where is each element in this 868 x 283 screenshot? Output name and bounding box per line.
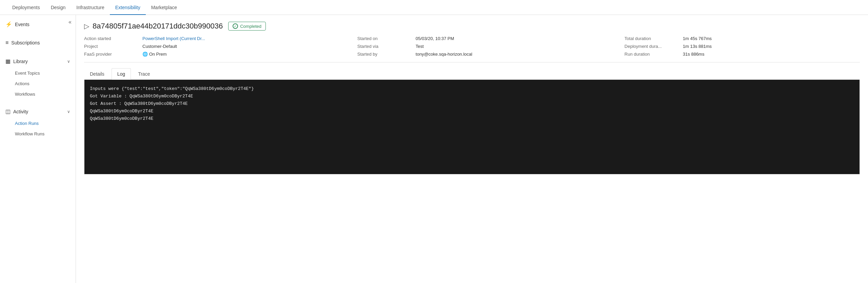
run-title: ▷ 8a74805f71ae44b20171ddc30b990036 bbox=[84, 22, 223, 31]
faas-provider-label: FaaS provider bbox=[84, 52, 138, 57]
nav-design[interactable]: Design bbox=[45, 0, 71, 15]
sidebar-section-library: ▦ Library ∨ Event Topics Actions Workflo… bbox=[0, 52, 76, 102]
deployment-dura-label: Deployment dura... bbox=[625, 44, 679, 49]
log-line-4: QqWSa380tD6ym0coDByr2T4E bbox=[90, 108, 854, 115]
total-duration-label: Total duration bbox=[625, 36, 679, 41]
log-line-1: Inputs were {"test":"test","token":"QqWS… bbox=[90, 85, 854, 93]
events-icon: ⚡ bbox=[5, 21, 12, 27]
nav-deployments[interactable]: Deployments bbox=[7, 0, 45, 15]
sidebar-collapse-button[interactable]: « bbox=[67, 18, 73, 26]
nav-infrastructure[interactable]: Infrastructure bbox=[71, 0, 110, 15]
play-icon: ▷ bbox=[84, 22, 89, 30]
main-content: ▷ 8a74805f71ae44b20171ddc30b990036 ✓ Com… bbox=[76, 15, 868, 283]
faas-provider-icon: 🌐 bbox=[142, 52, 148, 57]
deployment-dura-value: 1m 13s 881ms bbox=[683, 44, 860, 49]
tab-trace[interactable]: Trace bbox=[132, 68, 156, 80]
sidebar-item-activity[interactable]: ◫ Activity ∨ bbox=[0, 105, 76, 118]
sidebar-activity-label: Activity bbox=[13, 109, 28, 114]
sidebar-item-events[interactable]: ⚡ Events bbox=[0, 18, 76, 31]
sidebar-item-workflow-runs[interactable]: Workflow Runs bbox=[0, 129, 76, 139]
top-nav: Deployments Design Infrastructure Extens… bbox=[0, 0, 868, 15]
action-started-label: Action started bbox=[84, 36, 138, 41]
sidebar-subscriptions-label: Subscriptions bbox=[11, 40, 40, 45]
log-console: Inputs were {"test":"test","token":"QqWS… bbox=[84, 79, 860, 174]
total-duration-value: 1m 45s 767ms bbox=[683, 36, 860, 41]
run-duration-value: 31s 886ms bbox=[683, 52, 860, 57]
started-on-label: Started on bbox=[357, 36, 412, 41]
started-by-value: tony@coke.sqa-horizon.local bbox=[416, 52, 620, 57]
detail-tabs: Details Log Trace bbox=[84, 68, 860, 80]
library-icon: ▦ bbox=[5, 58, 11, 64]
status-badge: ✓ Completed bbox=[228, 22, 266, 31]
nav-extensibility[interactable]: Extensibility bbox=[110, 0, 146, 15]
activity-icon: ◫ bbox=[5, 108, 11, 115]
run-id: 8a74805f71ae44b20171ddc30b990036 bbox=[93, 22, 223, 31]
project-label: Project bbox=[84, 44, 138, 49]
sidebar-section-activity: ◫ Activity ∨ Action Runs Workflow Runs bbox=[0, 102, 76, 142]
run-header: ▷ 8a74805f71ae44b20171ddc30b990036 ✓ Com… bbox=[84, 22, 860, 31]
nav-marketplace[interactable]: Marketplace bbox=[146, 0, 182, 15]
started-via-label: Started via bbox=[357, 44, 412, 49]
meta-grid: Action started PowerShell Import (Curren… bbox=[84, 36, 860, 62]
sidebar-item-event-topics[interactable]: Event Topics bbox=[0, 68, 76, 78]
started-by-label: Started by bbox=[357, 52, 412, 57]
activity-chevron-icon: ∨ bbox=[67, 109, 70, 114]
tab-log[interactable]: Log bbox=[112, 68, 131, 80]
tab-details[interactable]: Details bbox=[84, 68, 110, 80]
sidebar-library-label: Library bbox=[13, 59, 28, 64]
library-chevron-icon: ∨ bbox=[67, 59, 70, 64]
subscriptions-icon: ≡ bbox=[5, 40, 8, 46]
action-started-value[interactable]: PowerShell Import (Current Dr... bbox=[142, 36, 353, 41]
sidebar-item-subscriptions[interactable]: ≡ Subscriptions bbox=[0, 36, 76, 49]
sidebar-events-label: Events bbox=[15, 22, 29, 27]
started-via-value: Test bbox=[416, 44, 620, 49]
sidebar-section-subscriptions: ≡ Subscriptions bbox=[0, 34, 76, 52]
sidebar-item-actions[interactable]: Actions bbox=[0, 78, 76, 89]
project-value: Customer-Default bbox=[142, 44, 353, 49]
sidebar: « ⚡ Events ≡ Subscriptions ▦ Library ∨ E… bbox=[0, 15, 76, 283]
status-label: Completed bbox=[240, 24, 261, 29]
sidebar-item-library[interactable]: ▦ Library ∨ bbox=[0, 55, 76, 68]
app-layout: « ⚡ Events ≡ Subscriptions ▦ Library ∨ E… bbox=[0, 15, 868, 283]
completed-check-icon: ✓ bbox=[233, 23, 238, 29]
log-line-2: Got Variable : QqWSa380tD6ym0coDByr2T4E bbox=[90, 93, 854, 100]
sidebar-section-events: ⚡ Events bbox=[0, 15, 76, 34]
faas-provider-value: 🌐 On Prem bbox=[142, 52, 353, 57]
sidebar-item-action-runs[interactable]: Action Runs bbox=[0, 118, 76, 129]
sidebar-item-workflows[interactable]: Workflows bbox=[0, 89, 76, 99]
run-duration-label: Run duration bbox=[625, 52, 679, 57]
log-line-5: QqWSa380tD6ym0coDByr2T4E bbox=[90, 115, 854, 122]
log-line-3: Got Assert : QqWSa380tD6ym0coDByr2T4E bbox=[90, 100, 854, 108]
started-on-value: 05/03/20, 10:37 PM bbox=[416, 36, 620, 41]
